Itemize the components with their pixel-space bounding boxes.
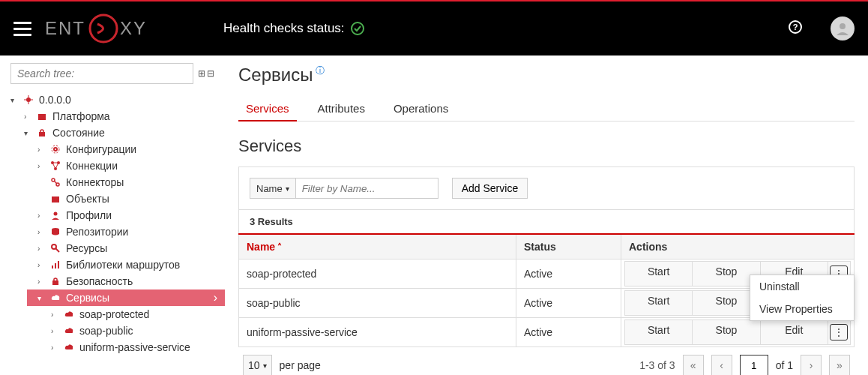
paginator: 10 ▾ per page 1-3 of 3 « ‹ of 1 › » xyxy=(238,347,855,375)
svg-line-20 xyxy=(52,163,55,169)
start-button[interactable]: Start xyxy=(624,290,693,316)
next-page-button[interactable]: › xyxy=(801,355,822,375)
bars-icon xyxy=(49,259,61,271)
tree-item[interactable]: Объекты xyxy=(37,190,225,207)
box-icon xyxy=(36,110,48,122)
tree-label: Репозитории xyxy=(66,226,128,238)
col-status[interactable]: Status xyxy=(516,234,621,260)
collapse-all-icon[interactable]: ⊟ xyxy=(207,68,214,79)
tree-item[interactable]: › uniform-passive-service xyxy=(51,339,225,356)
last-page-button[interactable]: » xyxy=(829,355,850,375)
per-page-select[interactable]: 10 ▾ xyxy=(243,355,272,375)
filter-field-dropdown[interactable]: Name ▾ xyxy=(250,178,296,199)
tree-item[interactable]: ▾ Состояние xyxy=(24,124,225,141)
avatar[interactable] xyxy=(831,16,855,40)
tree-item[interactable]: › soap-public xyxy=(51,322,225,339)
tree-item[interactable]: › soap-protected xyxy=(51,306,225,322)
caret-icon[interactable]: › xyxy=(37,278,45,286)
main-content: Сервисыⓘ ServicesAttributesOperations Se… xyxy=(225,56,868,375)
caret-icon[interactable]: ▾ xyxy=(10,96,18,104)
tree-label: Коннекторы xyxy=(66,176,124,188)
key-icon xyxy=(49,242,61,254)
tree-item[interactable]: Коннекторы xyxy=(37,174,225,190)
svg-point-26 xyxy=(54,212,58,216)
caret-icon[interactable]: › xyxy=(51,344,58,352)
search-input[interactable] xyxy=(10,63,193,84)
tab-attributes[interactable]: Attributes xyxy=(315,96,368,121)
lock-icon xyxy=(36,127,48,139)
page-input[interactable] xyxy=(740,355,768,375)
tree-item[interactable]: › Конфигурации xyxy=(37,141,225,158)
kebab-icon: ⋮ xyxy=(830,324,848,340)
tree-item[interactable]: › Платформа xyxy=(24,108,225,124)
link-icon xyxy=(49,176,61,188)
cell-name: soap-public xyxy=(239,289,516,318)
caret-icon[interactable]: › xyxy=(37,228,45,236)
user-icon xyxy=(49,209,61,221)
help-icon[interactable]: ? xyxy=(789,20,802,38)
cloud-icon xyxy=(63,325,75,337)
svg-point-15 xyxy=(52,146,59,153)
caret-icon[interactable]: › xyxy=(37,146,45,154)
tree-item[interactable]: ▾ 0.0.0.0 xyxy=(10,92,225,108)
tree-item[interactable]: › Безопасность xyxy=(37,273,225,290)
filter-input[interactable] xyxy=(296,178,438,199)
db-icon xyxy=(49,226,61,238)
col-name[interactable]: Name xyxy=(239,234,516,260)
tree-item[interactable]: › Репозитории xyxy=(37,224,225,240)
caret-icon[interactable]: › xyxy=(37,261,45,269)
caret-icon[interactable]: › xyxy=(37,244,45,253)
svg-rect-31 xyxy=(55,263,56,268)
svg-text:ENT: ENT xyxy=(45,18,85,38)
more-actions-button[interactable]: ⋮ xyxy=(828,320,851,345)
caret-icon[interactable]: ▾ xyxy=(37,294,45,302)
svg-text:XY: XY xyxy=(120,18,147,38)
lock-icon xyxy=(49,275,61,287)
expand-all-icon[interactable]: ⊞ xyxy=(198,68,205,79)
sidebar: ⊞ ⊟ ▾ 0.0.0.0 › Платформа ▾ Состояние › … xyxy=(0,56,225,375)
start-button[interactable]: Start xyxy=(624,320,693,345)
tree-label: Состояние xyxy=(52,127,105,139)
context-menu-item[interactable]: Uninstall xyxy=(750,275,854,298)
tree-item[interactable]: › Коннекции xyxy=(37,158,225,174)
caret-icon[interactable]: › xyxy=(37,162,45,170)
menu-icon[interactable] xyxy=(13,22,31,36)
prev-page-button[interactable]: ‹ xyxy=(711,355,732,375)
tree-item[interactable]: › Библиотеки маршрутов xyxy=(37,256,225,273)
tree-item[interactable]: › Профили xyxy=(37,207,225,224)
stop-button[interactable]: Stop xyxy=(693,320,760,345)
tab-operations[interactable]: Operations xyxy=(391,96,451,121)
caret-icon[interactable]: › xyxy=(24,112,31,121)
caret-icon[interactable]: › xyxy=(51,327,58,335)
edit-button[interactable]: Edit xyxy=(761,320,828,345)
tree-item[interactable]: › Ресурсы xyxy=(37,240,225,256)
caret-icon[interactable] xyxy=(37,178,45,187)
svg-point-7 xyxy=(26,98,31,102)
caret-icon[interactable]: ▾ xyxy=(24,129,31,137)
tree-label: Коннекции xyxy=(66,160,118,172)
per-page-label: per page xyxy=(280,359,321,371)
tree-label: Библиотеки маршрутов xyxy=(66,259,180,271)
col-actions: Actions xyxy=(621,234,855,260)
start-button[interactable]: Start xyxy=(624,261,693,286)
cell-status: Active xyxy=(516,289,621,318)
caret-icon[interactable]: › xyxy=(37,212,45,220)
svg-rect-30 xyxy=(52,266,53,268)
health-status: Health checks status: xyxy=(223,21,364,36)
first-page-button[interactable]: « xyxy=(683,355,704,375)
cell-name: uniform-passive-service xyxy=(239,318,516,347)
svg-text:?: ? xyxy=(793,22,798,32)
caret-icon[interactable]: › xyxy=(51,310,58,319)
caret-icon[interactable] xyxy=(37,195,45,203)
chevron-down-icon: ▾ xyxy=(263,362,267,370)
svg-rect-12 xyxy=(38,114,46,120)
tree-label: Объекты xyxy=(66,193,109,205)
svg-point-14 xyxy=(54,148,57,151)
tree-item[interactable]: ▾ Сервисы xyxy=(27,290,225,306)
info-icon[interactable]: ⓘ xyxy=(316,64,325,77)
context-menu-item[interactable]: View Properties xyxy=(750,298,854,320)
add-service-button[interactable]: Add Service xyxy=(452,178,528,199)
tab-services[interactable]: Services xyxy=(243,96,292,121)
cloud-icon xyxy=(63,308,75,320)
tree-label: Сервисы xyxy=(66,292,109,304)
